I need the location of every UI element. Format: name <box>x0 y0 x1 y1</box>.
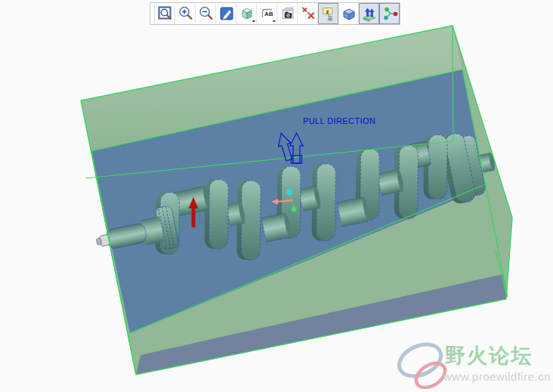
annotation-display-icon: AB <box>258 5 276 23</box>
shaded-display-icon <box>238 5 256 23</box>
csys-point-cyan <box>286 189 292 195</box>
toolbar-button-datum-tag[interactable]: z <box>318 3 338 24</box>
toolbar-button-zoom-in[interactable] <box>175 3 196 24</box>
toolbar-button-zoom-out[interactable] <box>196 3 216 24</box>
toolbar-button-annotation-display[interactable]: AB <box>257 3 277 24</box>
slider-mechanism-icon <box>381 5 399 23</box>
datum-display-off-icon <box>299 5 317 23</box>
3d-viewport[interactable]: PULL DIRECTION <box>0 0 553 392</box>
view-toolbar: AB z <box>150 2 400 25</box>
watermark-site-url[interactable]: www.proewildfire.cn <box>443 370 551 383</box>
svg-text:z: z <box>326 8 329 15</box>
toolbar-button-display-style[interactable] <box>236 3 257 24</box>
toolbar-button-zoom-window[interactable] <box>155 3 175 24</box>
datum-tag-icon: z <box>320 5 338 23</box>
toolbar-button-datum-display[interactable] <box>298 3 318 24</box>
saved-views-icon <box>279 5 297 23</box>
toolbar-button-repaint[interactable] <box>216 3 236 24</box>
svg-text:AB: AB <box>264 11 273 17</box>
pull-direction-icon <box>360 5 378 23</box>
csys-point-green <box>291 206 296 211</box>
toolbar-button-slider-mechanism[interactable] <box>379 3 400 24</box>
crank-pin <box>261 212 292 242</box>
dropdown-caret-icon <box>252 20 255 23</box>
cad-app-window: { "app": { "background": "#fbfbfb" }, "t… <box>0 0 553 392</box>
zoom-in-icon <box>177 5 195 23</box>
toolbar-button-saved-views[interactable] <box>277 3 298 24</box>
toolbar-button-pull-direction[interactable] <box>359 3 379 24</box>
watermark-site-title: 野火论坛 <box>445 342 533 369</box>
crank-web <box>205 179 229 248</box>
mold-volume-icon <box>340 5 358 23</box>
zoom-out-icon <box>197 5 215 23</box>
repaint-icon <box>218 5 236 23</box>
pull-direction-label: PULL DIRECTION <box>303 116 375 125</box>
toolbar-button-mold-volume[interactable] <box>338 3 359 24</box>
dropdown-caret-icon <box>272 20 276 23</box>
zoom-window-icon <box>156 5 175 23</box>
